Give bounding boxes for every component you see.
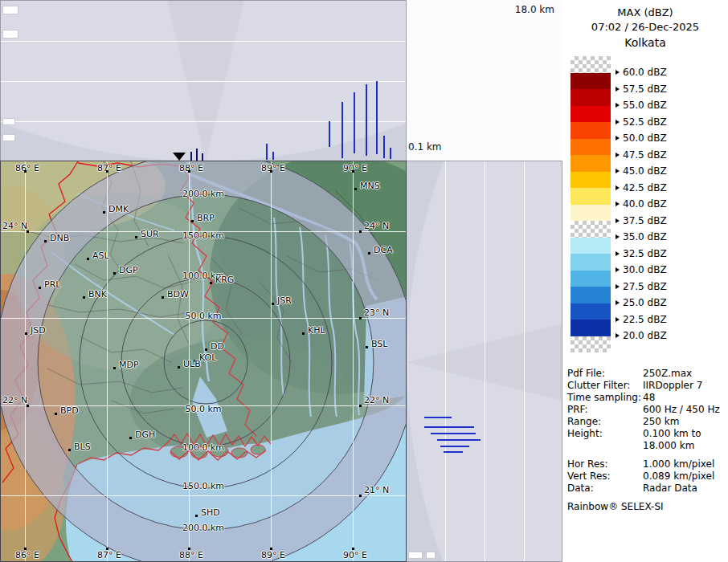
legend-value-label: 45.0 dBZ <box>623 165 667 177</box>
city-label: ULB <box>183 359 201 369</box>
legend-arrow-icon <box>616 103 620 108</box>
city-label: BDW <box>167 289 189 299</box>
latitude-label: 23° N <box>364 307 389 318</box>
color-swatch <box>571 336 611 353</box>
product-title: MAX (dBZ) <box>562 0 728 18</box>
color-swatch <box>571 287 611 303</box>
city-label: SHD <box>201 507 220 518</box>
info-value: Radar Data <box>643 483 697 495</box>
legend-value-row: 37.5 dBZ <box>616 215 667 226</box>
legend-arrow-icon <box>616 333 620 338</box>
longitude-label: 87° E <box>97 550 121 560</box>
gridpoint-dot <box>27 405 29 407</box>
city-label: DD <box>211 341 224 352</box>
city-label: JSD <box>31 325 46 336</box>
legend-value-row: 22.5 dBZ <box>616 314 667 325</box>
city-label: BPD <box>60 405 79 416</box>
height-axis-min-label: 0.1 km <box>408 141 442 153</box>
legend-value-label: 20.0 dBZ <box>623 330 667 341</box>
info-row: Clutter Filter:IIRDoppler 7 <box>567 380 725 392</box>
height-gridline <box>445 161 446 562</box>
info-value: 250Z.max <box>643 368 692 380</box>
longitude-gridline <box>271 161 272 562</box>
echo-column <box>329 121 330 147</box>
city-dot <box>210 282 212 284</box>
info-value: 18.000 km <box>643 440 694 452</box>
legend-arrow-icon <box>616 202 620 206</box>
city-label: PRL <box>44 279 60 290</box>
echo-column <box>390 148 391 159</box>
info-label: Hor Res: <box>567 458 643 470</box>
legend-value-label: 32.5 dBZ <box>623 248 667 259</box>
info-row: Pdf File:250Z.max <box>567 368 725 380</box>
legend-value-label: 22.5 dBZ <box>623 314 667 325</box>
height-gridline <box>524 161 525 562</box>
city-dot <box>178 366 180 369</box>
city-dot <box>44 240 47 242</box>
range-ring-label: 150.0 km <box>182 230 224 241</box>
info-label: PRF: <box>567 404 643 416</box>
legend-panel: MAX (dBZ) 07:02 / 26-Dec-2025 Kolkata 60… <box>562 0 728 562</box>
echo-row <box>431 433 476 434</box>
latitude-label: 22° N <box>2 395 27 405</box>
city-label: MNS <box>360 181 380 191</box>
color-scale-labels: 60.0 dBZ57.5 dBZ55.0 dBZ52.5 dBZ50.0 dBZ… <box>616 56 723 355</box>
city-dot <box>129 437 132 439</box>
axis-tick-box <box>408 552 423 559</box>
gridpoint-dot <box>359 405 362 407</box>
info-row: Height:0.100 km to <box>567 428 725 440</box>
info-label <box>567 440 643 452</box>
city-dot <box>83 296 85 299</box>
city-label: BSL <box>371 339 387 349</box>
city-label: DMK <box>108 204 129 214</box>
color-scale: 60.0 dBZ57.5 dBZ55.0 dBZ52.5 dBZ50.0 dBZ… <box>571 56 723 355</box>
legend-value-row: 60.0 dBZ <box>616 67 667 78</box>
axis-corner-panel: 18.0 km 0.1 km <box>407 0 562 161</box>
city-label: SUR <box>141 229 159 239</box>
latitude-label: 21° N <box>364 485 389 495</box>
echo-column <box>383 136 385 158</box>
legend-value-row: 30.0 dBZ <box>616 264 667 275</box>
echo-column <box>272 152 274 160</box>
axis-tick-box <box>2 30 18 39</box>
legend-arrow-icon <box>616 87 620 92</box>
info-value: 250 km <box>643 416 679 428</box>
info-value: 0.100 km to <box>643 428 701 440</box>
color-swatch <box>571 271 611 287</box>
color-swatch <box>571 205 611 222</box>
latitude-label: 24° N <box>2 221 27 231</box>
longitude-gridline <box>107 161 108 562</box>
longitude-label: 88° E <box>179 550 203 560</box>
info-spacer <box>567 452 725 458</box>
legend-arrow-icon <box>616 153 620 157</box>
legend-arrow-icon <box>616 300 620 305</box>
gridpoint-dot <box>106 548 108 550</box>
color-swatch <box>571 139 611 156</box>
legend-value-label: 27.5 dBZ <box>623 281 667 292</box>
echo-column <box>376 81 378 154</box>
longitude-label: 89° E <box>261 163 285 173</box>
legend-value-row: 25.0 dBZ <box>616 297 667 308</box>
color-swatch <box>571 172 611 189</box>
city-label: MDP <box>119 360 139 370</box>
radar-display-window: 18.0 km 0.1 km <box>0 0 728 562</box>
info-row: Time sampling:48 <box>567 392 725 404</box>
info-row: 18.000 km <box>567 440 725 452</box>
city-dot <box>366 346 368 348</box>
city-label: DGP <box>119 265 138 275</box>
echo-row <box>424 417 452 418</box>
legend-value-row: 45.0 dBZ <box>616 165 667 177</box>
info-label: Vert Res: <box>567 470 643 483</box>
city-dot <box>191 220 194 222</box>
city-dot <box>135 236 137 238</box>
legend-arrow-icon <box>616 70 620 75</box>
echo-marker <box>202 153 203 161</box>
gridpoint-dot <box>270 170 272 173</box>
legend-arrow-icon <box>616 218 620 223</box>
range-ring-label: 100.0 km <box>182 442 224 453</box>
range-ring-label: 50.0 km <box>185 311 221 321</box>
city-label: ASL <box>92 250 109 261</box>
longitude-label: 88° E <box>179 163 203 173</box>
color-swatch <box>571 122 611 139</box>
legend-arrow-icon <box>616 267 620 272</box>
